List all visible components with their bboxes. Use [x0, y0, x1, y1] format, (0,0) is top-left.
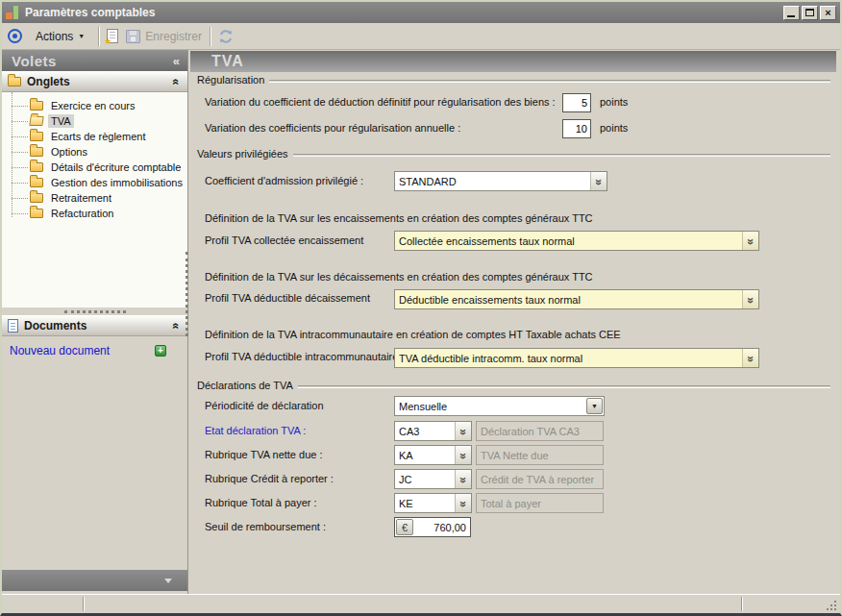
onglets-tree: Exercice en cours TVA Ecarts de règlemen…: [2, 92, 187, 308]
profil-intracommunautaire-combo[interactable]: TVA déductible intracomm. taux normal »: [394, 348, 759, 368]
double-chevron-down-icon: »: [457, 453, 470, 458]
sidebar-header: Volets «: [2, 50, 187, 71]
folder-icon: [30, 101, 43, 111]
double-chevron-down-icon: »: [592, 179, 606, 185]
close-button[interactable]: ×: [820, 6, 836, 20]
onglets-section-header[interactable]: Onglets «: [2, 71, 187, 92]
minimize-icon: [787, 15, 795, 17]
sidebar-title: Volets: [12, 53, 57, 69]
seuil-remboursement-field[interactable]: € 760,00: [394, 517, 471, 537]
new-document-link[interactable]: Nouveau document: [10, 344, 110, 357]
combo-open-icon[interactable]: ▼: [586, 398, 603, 414]
collapse-section-icon[interactable]: «: [170, 79, 184, 86]
save-icon: [126, 30, 140, 43]
main-panel: TVA Régularisation Variation du coeffici…: [188, 50, 840, 594]
combo-open-icon[interactable]: »: [590, 172, 607, 190]
tree-item-label: TVA: [48, 114, 74, 128]
group-title: Régularisation: [197, 74, 264, 86]
save-label: Enregistrer: [145, 30, 202, 43]
tree-item-label: Retraitement: [48, 191, 114, 205]
resize-grip[interactable]: [825, 597, 838, 611]
tree-item-exercice[interactable]: Exercice en cours: [2, 98, 187, 113]
combo-open-icon[interactable]: »: [455, 446, 471, 464]
rubrique-total-code-combo[interactable]: KE »: [394, 493, 472, 513]
tree-item-gestion-immobilisations[interactable]: Gestion des immobilisations: [2, 175, 187, 190]
double-chevron-down-icon: »: [744, 356, 757, 361]
group-line: [298, 385, 830, 388]
status-cell-middle: [84, 597, 741, 611]
profil-intracommunautaire-label: Profil TVA déductible intracommunautaire: [205, 351, 398, 362]
periodicite-combo[interactable]: Mensuelle ▼: [394, 396, 605, 416]
combo-open-icon[interactable]: »: [455, 470, 471, 488]
tree-item-refacturation[interactable]: Refacturation: [2, 206, 187, 221]
profil-collectee-combo[interactable]: Collectée encaissements taux normal »: [394, 231, 759, 251]
rubrique-credit-code-combo[interactable]: JC »: [394, 469, 472, 489]
actions-label: Actions: [36, 30, 73, 43]
folder-icon: [30, 193, 43, 203]
combo-open-icon[interactable]: »: [742, 232, 758, 250]
etat-declaration-desc-field: Déclaration TVA CA3: [476, 421, 604, 441]
double-chevron-down-icon: »: [744, 297, 757, 303]
variation-biens-input[interactable]: [562, 93, 591, 112]
app-icon: [6, 6, 19, 19]
combo-value: STANDARD: [399, 176, 457, 187]
combo-open-icon[interactable]: »: [742, 349, 758, 367]
minimize-button[interactable]: [783, 6, 800, 20]
sidebar: Volets « Onglets « Exercice en cours TVA: [2, 50, 188, 594]
combo-value: Déductible encaissements taux normal: [399, 294, 581, 306]
etat-declaration-link[interactable]: Etat déclaration TVA :: [205, 425, 306, 436]
collapse-sidebar-icon[interactable]: «: [173, 54, 180, 68]
variation-annuelle-input[interactable]: [562, 119, 591, 138]
open-folder-icon: [29, 116, 43, 126]
field-value: Déclaration TVA CA3: [481, 426, 580, 437]
tree-item-tva[interactable]: TVA: [2, 113, 187, 129]
actions-menu-button[interactable]: Actions ▼: [30, 27, 90, 46]
toolbar-separator: [98, 27, 99, 46]
folder-icon: [30, 162, 43, 172]
variation-biens-label: Variation du coefficient de déduction dé…: [205, 96, 556, 108]
refresh-icon[interactable]: [218, 29, 234, 44]
combo-value: CA3: [399, 426, 419, 437]
add-document-button[interactable]: +: [155, 345, 166, 357]
horizontal-splitter[interactable]: [2, 308, 187, 315]
form-content: Régularisation Variation du coefficient …: [188, 72, 840, 594]
documents-title: Documents: [24, 319, 87, 333]
onglets-title: Onglets: [27, 75, 70, 88]
euro-icon[interactable]: €: [396, 519, 413, 535]
definition-decaissements-text: Définition de la TVA sur les décaissemen…: [205, 271, 593, 283]
titlebar: Paramètres comptables ×: [2, 2, 840, 23]
tree-item-options[interactable]: Options: [2, 144, 187, 160]
maximize-button[interactable]: [802, 6, 818, 20]
combo-open-icon[interactable]: »: [455, 422, 471, 440]
bullseye-icon: [8, 29, 22, 43]
rubrique-tva-nette-code-combo[interactable]: KA »: [394, 445, 472, 465]
close-icon: ×: [825, 8, 830, 18]
tree-item-details-ecriture[interactable]: Détails d'écriture comptable: [2, 160, 187, 175]
app-window: Paramètres comptables × Actions ▼ Enregi…: [0, 0, 842, 616]
group-declarations: Déclarations de TVA: [197, 380, 830, 391]
combo-value: KA: [399, 450, 413, 461]
new-document-icon[interactable]: [107, 29, 118, 43]
coefficient-admission-label: Coefficient d'admission privilégié :: [205, 175, 363, 186]
coefficient-admission-combo[interactable]: STANDARD »: [394, 171, 607, 191]
tree-item-ecarts[interactable]: Ecarts de règlement: [2, 129, 187, 144]
save-button[interactable]: Enregistrer: [126, 30, 202, 43]
documents-panel: Nouveau document +: [2, 336, 187, 570]
combo-open-icon[interactable]: »: [742, 290, 758, 308]
etat-declaration-code-combo[interactable]: CA3 »: [394, 421, 472, 441]
folder-icon: [30, 209, 43, 218]
profil-deductible-combo[interactable]: Déductible encaissements taux normal »: [394, 289, 759, 309]
sidebar-bottom-bar[interactable]: [2, 570, 187, 591]
folder-icon: [8, 77, 21, 86]
collapse-section-icon[interactable]: «: [170, 323, 184, 330]
combo-open-icon[interactable]: »: [455, 494, 471, 512]
seuil-remboursement-label: Seuil de remboursement :: [205, 521, 326, 532]
window-title: Paramètres comptables: [25, 6, 155, 19]
documents-section-header[interactable]: Documents «: [2, 315, 187, 336]
folder-icon: [30, 132, 43, 141]
periodicite-label: Périodicité de déclaration: [205, 400, 324, 411]
points-suffix: points: [600, 96, 628, 108]
tree-item-retraitement[interactable]: Retraitement: [2, 190, 187, 206]
combo-value: Mensuelle: [399, 401, 447, 412]
chevron-down-icon: ▼: [591, 403, 598, 409]
